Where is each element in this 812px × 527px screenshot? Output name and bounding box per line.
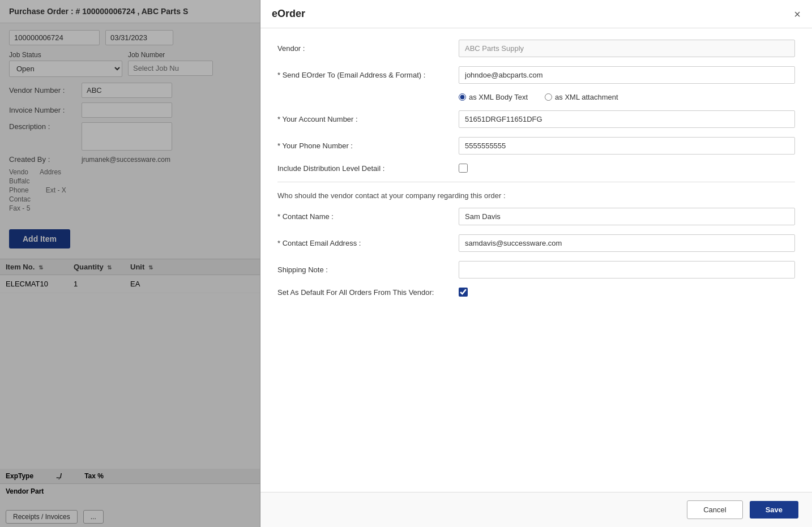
vendor-field[interactable] (459, 40, 795, 57)
vendor-field-label: Vendor : (277, 44, 459, 53)
contact-email-input[interactable] (459, 234, 795, 252)
radio-xml-body[interactable] (459, 93, 466, 101)
phone-number-row: * Your Phone Number : (277, 137, 795, 155)
send-eorder-row: * Send EOrder To (Email Address & Format… (277, 66, 795, 84)
contact-section-note: Who should the vendor contact at your co… (277, 191, 795, 200)
account-number-label: * Your Account Number : (277, 115, 459, 123)
radio-xml-body-label: as XML Body Text (469, 93, 528, 101)
default-checkbox[interactable] (459, 288, 468, 297)
dialog-title: eOrder (272, 8, 305, 20)
account-number-input[interactable] (459, 110, 795, 128)
contact-name-label: * Contact Name : (277, 212, 459, 221)
contact-name-input[interactable] (459, 208, 795, 225)
cancel-button[interactable]: Cancel (687, 500, 742, 519)
dialog-footer: Cancel Save (260, 492, 812, 527)
distribution-row: Include Distribution Level Detail : (277, 164, 795, 173)
account-number-row: * Your Account Number : (277, 110, 795, 128)
dialog-header: eOrder × (260, 0, 812, 28)
section-divider (277, 182, 795, 182)
radio-xml-attachment[interactable] (545, 93, 552, 101)
default-row: Set As Default For All Orders From This … (277, 288, 795, 297)
shipping-note-row: Shipping Note : (277, 261, 795, 279)
phone-number-label: * Your Phone Number : (277, 142, 459, 150)
save-button[interactable]: Save (750, 501, 798, 519)
eorder-dialog: eOrder × Vendor : * Send EOrder To (Emai… (260, 0, 812, 527)
close-button[interactable]: × (794, 8, 801, 20)
send-eorder-input[interactable] (459, 66, 795, 84)
contact-email-label: * Contact Email Address : (277, 239, 459, 247)
contact-name-row: * Contact Name : (277, 208, 795, 225)
radio-xml-attachment-option[interactable]: as XML attachment (545, 93, 618, 101)
distribution-checkbox[interactable] (459, 164, 468, 173)
radio-xml-body-option[interactable]: as XML Body Text (459, 93, 528, 101)
send-eorder-label: * Send EOrder To (Email Address & Format… (277, 71, 459, 79)
contact-email-row: * Contact Email Address : (277, 234, 795, 252)
distribution-label: Include Distribution Level Detail : (277, 164, 459, 173)
phone-number-input[interactable] (459, 137, 795, 155)
contact-name-label-text: * Contact Name : (277, 212, 334, 221)
vendor-row: Vendor : (277, 40, 795, 57)
dialog-body: Vendor : * Send EOrder To (Email Address… (260, 28, 812, 492)
shipping-note-input[interactable] (459, 261, 795, 279)
default-label: Set As Default For All Orders From This … (277, 288, 459, 297)
radio-xml-attachment-label: as XML attachment (555, 93, 618, 101)
xml-format-radio-group: as XML Body Text as XML attachment (459, 93, 795, 101)
xml-format-row: as XML Body Text as XML attachment (277, 93, 795, 101)
shipping-note-label: Shipping Note : (277, 265, 459, 274)
